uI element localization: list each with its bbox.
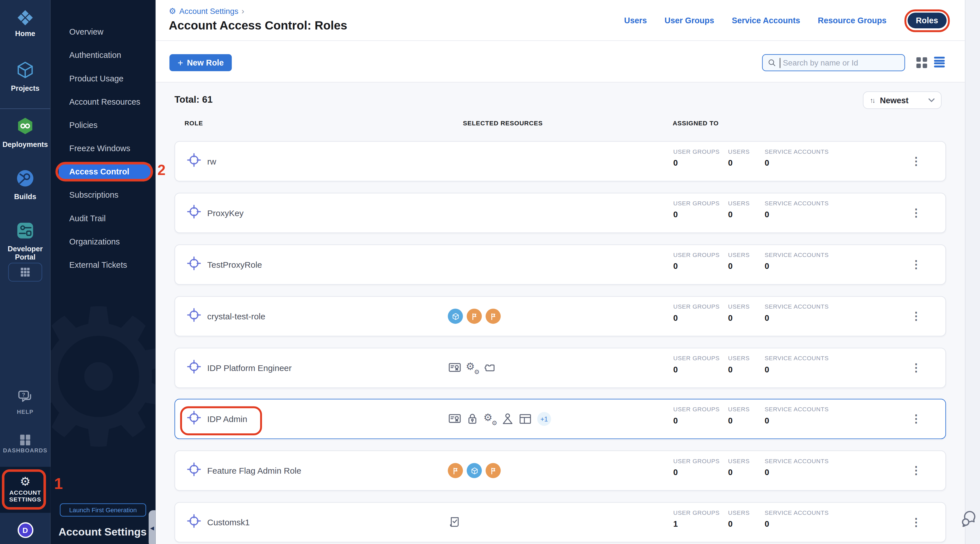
- resource-flag-icon: [448, 463, 463, 478]
- sidebar-item-external-tickets[interactable]: External Tickets: [51, 253, 156, 277]
- kebab-menu-icon[interactable]: ⋮: [911, 412, 921, 426]
- sidebar-item-account-resources[interactable]: Account Resources: [51, 90, 156, 113]
- list-view-button[interactable]: [934, 57, 945, 67]
- rail-item-deployments[interactable]: Deployments: [0, 116, 51, 149]
- role-name[interactable]: IDP Platform Engineer: [207, 363, 292, 372]
- selected-resources: [448, 297, 501, 336]
- sort-selected-value: Newest: [878, 95, 924, 105]
- sidebar-item-product-usage[interactable]: Product Usage: [51, 67, 156, 90]
- kebab-menu-icon[interactable]: ⋮: [911, 154, 921, 168]
- sidebar-item-freeze-windows[interactable]: Freeze Windows: [51, 137, 156, 160]
- rail-item-home[interactable]: ❖ Home: [0, 9, 51, 38]
- rail-label-projects: Projects: [11, 84, 40, 93]
- new-role-button[interactable]: + New Role: [169, 54, 232, 71]
- rail-label-developer-portal: Developer Portal: [6, 245, 45, 262]
- assigned-count: 0: [765, 365, 829, 374]
- tab-resource-groups[interactable]: Resource Groups: [818, 16, 886, 25]
- kebab-menu-icon[interactable]: ⋮: [911, 464, 921, 477]
- resource-person-icon: [501, 412, 515, 426]
- assigned-count: 0: [728, 416, 750, 425]
- kebab-menu-icon[interactable]: ⋮: [911, 361, 921, 375]
- sidebar-item-subscriptions[interactable]: Subscriptions: [51, 183, 156, 207]
- rail-item-module-browser[interactable]: [0, 262, 51, 282]
- assigned-label: SERVICE ACCOUNTS: [765, 406, 829, 412]
- tab-user-groups[interactable]: User Groups: [665, 16, 714, 25]
- resource-lock-icon: [465, 412, 479, 426]
- search-box[interactable]: [762, 54, 905, 71]
- role-name[interactable]: IDP Admin: [207, 414, 247, 423]
- role-name[interactable]: Customsk1: [207, 518, 250, 527]
- breadcrumb-chevron: ›: [242, 6, 245, 16]
- rail-item-projects[interactable]: Projects: [0, 60, 51, 93]
- support-chat-icon[interactable]: [961, 509, 978, 531]
- assigned-label: USERS: [728, 148, 750, 155]
- assigned-count: 0: [728, 210, 750, 219]
- total-count: Total: 61: [174, 94, 213, 105]
- sidebar-item-audit-trail[interactable]: Audit Trail: [51, 207, 156, 230]
- column-header-assigned-to: ASSIGNED TO: [673, 120, 719, 127]
- assigned-service-accounts: SERVICE ACCOUNTS0: [765, 406, 829, 425]
- role-row-idp-admin[interactable]: IDP Admin ⚙⚙+1 USER GROUPS0 USERS0 SERVI…: [174, 399, 946, 439]
- rail-item-dashboards[interactable]: DASHBOARDS: [0, 435, 51, 453]
- assigned-user-groups: USER GROUPS0: [673, 251, 719, 271]
- assigned-label: USERS: [728, 458, 750, 464]
- page-header: ⚙ Account Settings › Account Access Cont…: [156, 0, 965, 41]
- role-crosshair-icon: [186, 462, 201, 479]
- role-row-feature-flag-admin-role[interactable]: Feature Flag Admin Role USER GROUPS0 USE…: [174, 450, 946, 491]
- module-rail: ❖ Home Projects Deployments Builds: [0, 0, 51, 544]
- sort-dropdown[interactable]: ↑↓ Newest: [863, 91, 942, 109]
- breadcrumb: ⚙ Account Settings ›: [169, 6, 244, 16]
- assigned-users: USERS0: [728, 303, 750, 323]
- assigned-users: USERS0: [728, 458, 750, 477]
- assigned-label: SERVICE ACCOUNTS: [765, 148, 829, 155]
- assigned-users: USERS0: [728, 148, 750, 168]
- kebab-menu-icon[interactable]: ⋮: [911, 515, 921, 529]
- resource-flag-icon: [467, 309, 482, 324]
- assigned-user-groups: USER GROUPS1: [673, 509, 719, 529]
- role-name[interactable]: ProxyKey: [207, 208, 243, 218]
- search-input[interactable]: [781, 57, 898, 68]
- assigned-users: USERS0: [728, 355, 750, 374]
- role-row-proxykey[interactable]: ProxyKey USER GROUPS0 USERS0 SERVICE ACC…: [174, 193, 946, 233]
- role-row-customsk1[interactable]: Customsk1 USER GROUPS1 USERS0 SERVICE AC…: [174, 502, 946, 542]
- rail-item-profile[interactable]: D: [0, 522, 51, 538]
- selected-resources: [448, 451, 501, 490]
- rail-item-builds[interactable]: Builds: [0, 168, 51, 201]
- kebab-menu-icon[interactable]: ⋮: [911, 258, 921, 272]
- rail-label-deployments: Deployments: [3, 140, 48, 149]
- new-role-label: New Role: [187, 58, 224, 67]
- breadcrumb-link-account-settings[interactable]: Account Settings: [179, 6, 238, 15]
- role-name[interactable]: rw: [207, 157, 216, 166]
- projects-cube-icon: [15, 60, 35, 83]
- role-name[interactable]: Feature Flag Admin Role: [207, 466, 301, 476]
- role-row-idp-platform-engineer[interactable]: IDP Platform Engineer ⚙⚙ USER GROUPS0 US…: [174, 348, 946, 388]
- sidebar-item-authentication[interactable]: Authentication: [51, 43, 156, 67]
- role-name[interactable]: TestProxyRole: [207, 260, 262, 269]
- tab-service-accounts[interactable]: Service Accounts: [732, 16, 800, 25]
- sidebar-item-organizations[interactable]: Organizations: [51, 230, 156, 253]
- role-crosshair-icon: [186, 256, 201, 274]
- kebab-menu-icon[interactable]: ⋮: [911, 310, 921, 323]
- grid-view-button[interactable]: [916, 57, 927, 68]
- role-row-rw[interactable]: rw USER GROUPS0 USERS0 SERVICE ACCOUNTS0…: [174, 141, 946, 181]
- breadcrumb-gear-icon: ⚙: [169, 7, 176, 15]
- sidebar-item-overview[interactable]: Overview: [51, 20, 156, 43]
- assigned-label: USERS: [728, 303, 750, 310]
- sidebar-item-policies[interactable]: Policies: [51, 113, 156, 137]
- assigned-count: 0: [765, 210, 829, 219]
- role-crosshair-icon: [186, 307, 201, 325]
- role-row-crystal-test-role[interactable]: crystal-test-role USER GROUPS0 USERS0 SE…: [174, 296, 946, 336]
- sidebar-collapse-handle[interactable]: ◀: [149, 510, 155, 544]
- assigned-label: USER GROUPS: [673, 148, 719, 155]
- kebab-menu-icon[interactable]: ⋮: [911, 206, 921, 220]
- rail-item-help[interactable]: ? HELP: [0, 390, 51, 415]
- launch-first-generation-button[interactable]: Launch First Generation: [60, 503, 146, 517]
- text-caret: [780, 58, 780, 68]
- role-row-testproxyrole[interactable]: TestProxyRole USER GROUPS0 USERS0 SERVIC…: [174, 245, 946, 285]
- tab-roles[interactable]: Roles: [908, 13, 946, 29]
- assigned-count: 0: [673, 468, 719, 477]
- more-resources-badge[interactable]: +1: [537, 412, 551, 426]
- rail-item-developer-portal[interactable]: Developer Portal: [0, 220, 51, 261]
- role-name[interactable]: crystal-test-role: [207, 312, 266, 321]
- tab-users[interactable]: Users: [624, 16, 647, 25]
